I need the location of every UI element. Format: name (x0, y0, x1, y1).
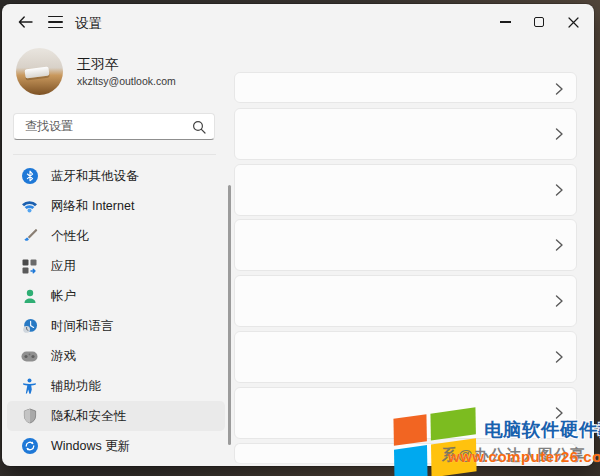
sidebar-item-gaming[interactable]: 游戏 (7, 341, 225, 371)
sidebar-divider (13, 154, 216, 155)
privacy-shield-icon (21, 408, 38, 425)
close-button[interactable] (556, 9, 590, 35)
sidebar-item-windows-update[interactable]: Windows 更新 (7, 431, 225, 461)
navigation-menu-button[interactable] (42, 10, 68, 34)
sidebar-nav: 蓝牙和其他设备 网络和 Internet 个性化 (7, 161, 225, 461)
watermark-url: www.computer26.com (448, 448, 600, 465)
titlebar: 设置 (2, 4, 594, 40)
windows-update-icon (21, 438, 38, 455)
window-title: 设置 (75, 15, 102, 33)
logo-square-orange (393, 414, 426, 446)
sidebar: 王羽卒 xkzltsy@outlook.com 查找设置 蓝牙和其他设备 (2, 40, 232, 466)
close-icon (568, 17, 579, 28)
settings-row[interactable] (234, 164, 577, 216)
window-controls (488, 9, 590, 35)
user-email: xkzltsy@outlook.com (77, 75, 176, 87)
site-watermark: 电脑软件硬件教程网 系@办公达人图分享 www.computer26.com (392, 408, 600, 476)
logo-square-green (430, 407, 475, 440)
bluetooth-icon (21, 168, 38, 185)
sidebar-item-label: 帐户 (51, 288, 76, 305)
watermark-site-name: 电脑软件硬件教程网 (484, 417, 600, 442)
gaming-icon (21, 348, 38, 365)
watermark-text-line: 系@办公达人图分享 www.computer26.com (440, 444, 600, 466)
settings-row[interactable] (234, 219, 577, 271)
settings-row[interactable] (234, 72, 577, 103)
sidebar-item-label: 网络和 Internet (51, 198, 134, 215)
desktop-background: 设置 王羽卒 xkzltsy@outlook.com (0, 0, 600, 476)
sidebar-item-accessibility[interactable]: 辅助功能 (7, 371, 225, 401)
sidebar-scrollbar[interactable] (228, 185, 231, 445)
user-name: 王羽卒 (77, 56, 176, 74)
search-icon (192, 120, 206, 134)
search-input[interactable]: 查找设置 (13, 113, 215, 140)
back-button[interactable] (12, 10, 38, 34)
sidebar-item-label: 蓝牙和其他设备 (51, 168, 139, 185)
minimize-icon (500, 21, 511, 22)
avatar (16, 48, 63, 95)
sidebar-item-apps[interactable]: 应用 (7, 251, 225, 281)
settings-window: 设置 王羽卒 xkzltsy@outlook.com (2, 4, 594, 466)
hamburger-icon (48, 16, 63, 29)
settings-row[interactable] (234, 108, 577, 160)
sidebar-item-label: 个性化 (51, 228, 89, 245)
sidebar-item-personalization[interactable]: 个性化 (7, 221, 225, 251)
apps-icon (21, 258, 38, 275)
minimize-button[interactable] (488, 9, 522, 35)
chevron-right-icon (554, 295, 564, 307)
chevron-right-icon (554, 83, 564, 95)
arrow-left-icon (18, 16, 33, 28)
accounts-icon (21, 288, 38, 305)
personalization-icon (21, 228, 38, 245)
sidebar-item-label: 应用 (51, 258, 76, 275)
sidebar-item-bluetooth[interactable]: 蓝牙和其他设备 (7, 161, 225, 191)
settings-row[interactable] (234, 275, 577, 327)
sidebar-item-label: 隐私和安全性 (51, 408, 126, 425)
maximize-button[interactable] (522, 9, 556, 35)
chevron-right-icon (554, 128, 564, 140)
sidebar-item-label: Windows 更新 (51, 438, 130, 455)
time-language-icon (21, 318, 38, 335)
chevron-right-icon (554, 239, 564, 251)
sidebar-item-accounts[interactable]: 帐户 (7, 281, 225, 311)
chevron-right-icon (554, 351, 564, 363)
maximize-icon (534, 17, 544, 27)
sidebar-item-privacy-security[interactable]: 隐私和安全性 (7, 401, 225, 431)
sidebar-item-network[interactable]: 网络和 Internet (7, 191, 225, 221)
network-icon (21, 198, 38, 215)
sidebar-item-label: 辅助功能 (51, 378, 101, 395)
settings-row[interactable] (234, 331, 577, 383)
sidebar-item-label: 时间和语言 (51, 318, 114, 335)
user-profile[interactable]: 王羽卒 xkzltsy@outlook.com (16, 48, 176, 95)
settings-page-content (234, 40, 594, 466)
logo-square-blue (394, 445, 428, 476)
accessibility-icon (21, 378, 38, 395)
search-placeholder: 查找设置 (25, 118, 192, 135)
sidebar-item-time-language[interactable]: 时间和语言 (7, 311, 225, 341)
chevron-right-icon (554, 184, 564, 196)
sidebar-item-label: 游戏 (51, 348, 76, 365)
